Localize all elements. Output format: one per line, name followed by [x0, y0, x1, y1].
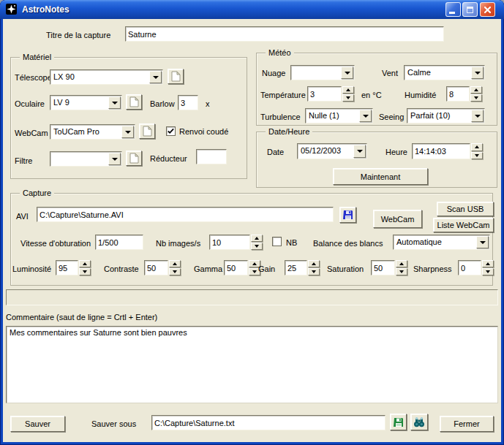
vitesse-input[interactable] [95, 235, 143, 250]
webcam-combo[interactable]: ToUCam Pro [50, 124, 135, 140]
vent-combo[interactable]: Calme [404, 65, 485, 80]
nb-images-input[interactable] [209, 235, 250, 250]
sharpness-input[interactable] [458, 260, 481, 275]
saturation-input[interactable] [371, 260, 395, 275]
seeing-combo[interactable]: Parfait (10) [407, 108, 485, 123]
gain-input[interactable] [285, 260, 307, 275]
chevron-down-icon[interactable] [108, 96, 121, 109]
heure-label: Heure [385, 148, 407, 156]
date-value: 05/12/2003 [298, 144, 353, 159]
save-txt-button[interactable] [390, 414, 407, 430]
nb-images-stepper[interactable] [251, 235, 263, 250]
spinner-up-icon[interactable] [471, 143, 483, 151]
liste-webcam-button[interactable]: Liste WebCam [433, 218, 494, 232]
filtre-label: Filtre [15, 156, 32, 165]
spinner-down-icon[interactable] [342, 94, 354, 102]
spinner-down-icon[interactable] [79, 268, 91, 275]
barlow-unit-label: x [206, 99, 210, 108]
title-capture-input[interactable] [125, 26, 444, 42]
humidite-stepper[interactable] [470, 86, 482, 102]
turbulence-combo[interactable]: Nulle (1) [305, 108, 373, 123]
new-page-icon [171, 71, 181, 82]
sharpness-stepper[interactable] [482, 260, 494, 275]
save-avi-button[interactable] [339, 207, 356, 223]
filtre-value [50, 152, 108, 166]
heure-stepper[interactable] [471, 143, 483, 159]
telescope-combo[interactable]: LX 90 [50, 69, 163, 85]
spinner-down-icon[interactable] [470, 94, 482, 102]
spacer-panel [6, 289, 498, 305]
webcam-button[interactable]: WebCam [373, 210, 422, 228]
nuage-combo[interactable] [290, 65, 355, 80]
chevron-down-icon[interactable] [341, 66, 353, 79]
maintenant-button[interactable]: Maintenant [333, 168, 428, 185]
new-page-icon [129, 96, 139, 107]
chevron-down-icon[interactable] [471, 66, 484, 79]
chevron-down-icon[interactable] [353, 145, 366, 158]
maximize-button[interactable] [462, 2, 478, 17]
commentaire-textarea[interactable]: Mes commentaires sur Saturne sont bien p… [6, 326, 498, 403]
chevron-down-icon[interactable] [476, 236, 489, 248]
spinner-down-icon[interactable] [308, 268, 320, 275]
spinner-down-icon[interactable] [396, 268, 407, 275]
spinner-down-icon[interactable] [482, 268, 494, 275]
luminosite-stepper[interactable] [79, 260, 91, 275]
chevron-down-icon[interactable] [108, 153, 121, 165]
spinner-up-icon[interactable] [169, 260, 181, 267]
seeing-value: Parfait (10) [407, 109, 470, 123]
telescope-new-button[interactable] [168, 69, 184, 84]
browse-button[interactable] [410, 414, 428, 430]
barlow-input[interactable] [178, 95, 198, 110]
balance-combo[interactable]: Automatique [393, 235, 490, 250]
spinner-up-icon[interactable] [79, 260, 91, 267]
filtre-combo[interactable] [50, 151, 122, 167]
temperature-stepper[interactable] [342, 86, 354, 102]
minimize-button[interactable] [445, 2, 461, 17]
spinner-up-icon[interactable] [396, 260, 407, 267]
oculaire-combo[interactable]: LV 9 [50, 95, 122, 110]
chevron-down-icon[interactable] [359, 110, 372, 122]
chevron-down-icon[interactable] [149, 71, 162, 83]
astronotes-window: AstroNotes Titre de la capture Matériel … [0, 0, 504, 445]
renvoi-coude-label: Renvoi coudé [179, 127, 228, 136]
contraste-input[interactable] [144, 260, 168, 275]
sauver-button[interactable]: Sauver [10, 416, 65, 432]
humidite-input[interactable] [446, 86, 470, 102]
new-page-icon [129, 153, 139, 164]
temperature-input[interactable] [307, 86, 342, 102]
spinner-up-icon[interactable] [482, 260, 494, 267]
gamma-input[interactable] [224, 260, 248, 275]
nb-checkbox[interactable] [272, 237, 282, 246]
contraste-stepper[interactable] [169, 260, 181, 275]
spinner-up-icon[interactable] [342, 86, 354, 94]
nuage-value [291, 66, 340, 80]
scan-usb-button[interactable]: Scan USB [437, 202, 494, 216]
avi-label: AVI [16, 212, 29, 221]
spinner-down-icon[interactable] [471, 152, 483, 160]
titlebar[interactable]: AstroNotes [0, 0, 504, 19]
spinner-down-icon[interactable] [251, 243, 263, 250]
oculaire-new-button[interactable] [126, 94, 142, 110]
webcam-value: ToUCam Pro [50, 125, 121, 139]
spinner-up-icon[interactable] [470, 86, 482, 94]
close-button[interactable] [480, 2, 495, 17]
avi-path-input[interactable] [37, 207, 334, 222]
spinner-up-icon[interactable] [308, 260, 320, 267]
reducteur-input[interactable] [196, 149, 227, 164]
luminosite-input[interactable] [56, 260, 78, 275]
window-title: AstroNotes [22, 4, 69, 15]
saturation-stepper[interactable] [396, 260, 407, 275]
spinner-down-icon[interactable] [169, 268, 181, 275]
heure-input[interactable] [412, 143, 470, 159]
spinner-up-icon[interactable] [251, 235, 263, 242]
chevron-down-icon[interactable] [121, 126, 134, 138]
fermer-button[interactable]: Fermer [440, 416, 494, 432]
gain-stepper[interactable] [308, 260, 320, 275]
chevron-down-icon[interactable] [471, 110, 484, 122]
filtre-new-button[interactable] [126, 151, 142, 166]
materiel-legend: Matériel [20, 53, 54, 61]
sauver-sous-input[interactable] [151, 415, 385, 430]
renvoi-coude-checkbox[interactable] [166, 126, 176, 136]
date-combo[interactable]: 05/12/2003 [297, 143, 367, 159]
webcam-new-button[interactable] [139, 123, 155, 139]
